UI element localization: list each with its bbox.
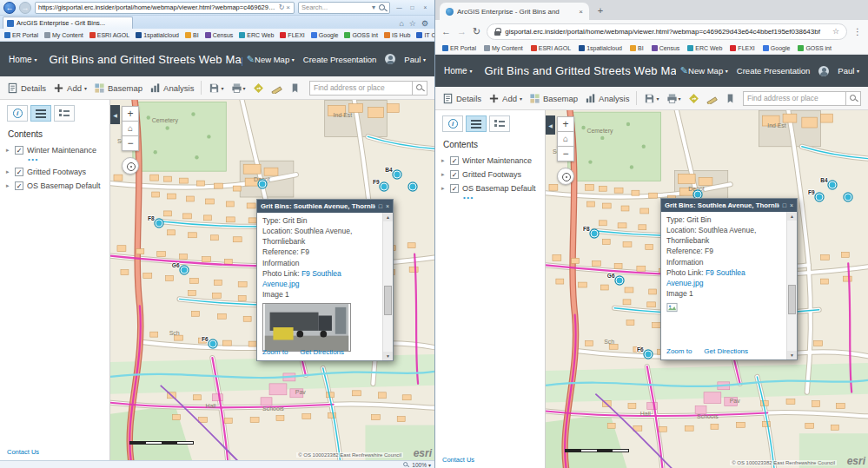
chevron-right-icon[interactable]: ▸ bbox=[6, 168, 11, 175]
layer-checkbox[interactable]: ✓ bbox=[450, 170, 459, 179]
save-button[interactable]: ▾ bbox=[209, 82, 223, 94]
bookmarks-button[interactable] bbox=[289, 82, 301, 94]
grit-bin-marker[interactable]: F8 bbox=[156, 220, 163, 227]
save-button[interactable]: ▾ bbox=[644, 93, 659, 104]
grit-bin-marker[interactable]: B4 bbox=[394, 171, 401, 179]
find-my-location-button[interactable] bbox=[557, 168, 574, 185]
default-extent-button[interactable]: ⌂ bbox=[557, 131, 574, 147]
map-canvas[interactable]: ◀ + ⌂ − F8 G6 F6 F9 B4 Grit Bins: Southl… bbox=[546, 110, 868, 468]
grit-bin-marker[interactable] bbox=[409, 183, 417, 191]
grit-bin-marker[interactable]: B4 bbox=[829, 181, 837, 189]
scroll-up-icon[interactable]: ▲ bbox=[787, 212, 797, 221]
grit-bin-marker[interactable]: G6 bbox=[616, 277, 624, 285]
popup-scrollbar[interactable]: ▲ ▼ bbox=[786, 212, 797, 359]
new-map-menu[interactable]: New Map ▾ bbox=[688, 66, 728, 76]
layer-options-dots[interactable]: ••• bbox=[28, 155, 109, 163]
favorite-link[interactable]: 1spatialcloud bbox=[136, 32, 179, 38]
default-extent-button[interactable]: ⌂ bbox=[122, 121, 139, 136]
measure-button[interactable] bbox=[271, 82, 282, 94]
bookmark-link[interactable]: GOSS int bbox=[798, 45, 832, 51]
grit-bin-marker[interactable]: F6 bbox=[209, 340, 217, 348]
grit-bin-marker[interactable] bbox=[845, 194, 852, 201]
create-presentation-button[interactable]: Create Presentation bbox=[737, 66, 811, 76]
tab-about[interactable] bbox=[442, 115, 463, 132]
address-bar[interactable]: gisportal.erc.insider/portal/home/webmap… bbox=[487, 23, 847, 40]
grit-bin-marker[interactable]: F9 bbox=[816, 194, 824, 201]
minimize-button[interactable]: — bbox=[394, 3, 405, 12]
popup-dock-icon[interactable]: □ bbox=[783, 202, 786, 208]
layer-checkbox[interactable]: ✓ bbox=[450, 184, 459, 193]
favorite-link[interactable]: FLEXI bbox=[280, 32, 304, 38]
padlock-icon[interactable] bbox=[494, 27, 500, 36]
forward-button[interactable]: → bbox=[457, 26, 467, 36]
bookmarks-button[interactable] bbox=[725, 93, 736, 104]
refresh-icon[interactable]: ↻ bbox=[473, 26, 480, 37]
scroll-down-icon[interactable]: ▼ bbox=[383, 352, 393, 360]
grit-bin-marker[interactable]: F6 bbox=[645, 351, 653, 359]
home-icon[interactable]: ⌂ bbox=[399, 19, 403, 28]
bookmark-link[interactable]: Census bbox=[652, 45, 680, 51]
settings-gear-icon[interactable]: ⚙ bbox=[421, 19, 428, 28]
add-button[interactable]: Add ▾ bbox=[53, 82, 87, 94]
collapse-panel-button[interactable]: ◀ bbox=[546, 115, 555, 135]
user-menu[interactable]: Paul ▾ bbox=[838, 66, 859, 76]
user-menu[interactable]: Paul ▾ bbox=[404, 55, 426, 64]
grit-bin-marker[interactable]: F8 bbox=[591, 230, 599, 238]
measure-button[interactable] bbox=[706, 93, 718, 104]
home-menu[interactable]: Home ▾ bbox=[444, 66, 472, 76]
favorite-link[interactable]: Census bbox=[205, 32, 234, 38]
analysis-button[interactable]: Analysis bbox=[585, 93, 629, 104]
scroll-thumb[interactable] bbox=[788, 285, 796, 314]
layer-item-os-basemap[interactable]: ▸ ✓ OS Basemap Default bbox=[0, 179, 109, 193]
layer-options-dots[interactable]: ••• bbox=[463, 194, 545, 201]
bookmark-link[interactable]: BI bbox=[630, 45, 644, 51]
search-icon[interactable] bbox=[378, 3, 387, 12]
chevron-right-icon[interactable]: ▸ bbox=[441, 185, 447, 192]
popup-dock-icon[interactable]: □ bbox=[379, 203, 382, 209]
tab-content[interactable] bbox=[30, 105, 51, 122]
collapse-panel-button[interactable]: ◀ bbox=[110, 105, 120, 124]
details-button[interactable]: Details bbox=[7, 82, 46, 94]
address-bar[interactable]: https://gisportal.erc.insider/portal/hom… bbox=[35, 2, 295, 14]
directions-button[interactable] bbox=[253, 82, 264, 94]
maximize-button[interactable]: □ bbox=[407, 3, 418, 12]
layer-checkbox[interactable]: ✓ bbox=[15, 181, 23, 190]
find-search-button[interactable] bbox=[845, 91, 861, 106]
tab-close-icon[interactable]: × bbox=[579, 8, 583, 16]
popup-scrollbar[interactable]: ▲ ▼ bbox=[382, 213, 393, 360]
bookmark-link[interactable]: Google bbox=[763, 45, 791, 51]
contact-us-link[interactable]: Contact Us bbox=[7, 448, 39, 456]
bookmark-link[interactable]: ER Portal bbox=[442, 45, 476, 51]
chevron-right-icon[interactable]: ▸ bbox=[6, 147, 11, 154]
analysis-button[interactable]: Analysis bbox=[149, 82, 194, 94]
find-address-input[interactable] bbox=[309, 81, 412, 96]
zoom-to-link[interactable]: Zoom to bbox=[666, 347, 692, 357]
favorite-link[interactable]: IT Calls bbox=[416, 32, 434, 38]
bookmark-star-icon[interactable]: ☆ bbox=[832, 27, 839, 36]
chevron-down-icon[interactable]: ▾ bbox=[428, 462, 431, 468]
bookmark-link[interactable]: FLEXI bbox=[730, 45, 754, 51]
print-button[interactable]: ▾ bbox=[666, 93, 681, 104]
grit-bin-marker[interactable]: F9 bbox=[381, 183, 388, 191]
layer-item-gritted-footways[interactable]: ▸ ✓ Gritted Footways bbox=[435, 168, 545, 181]
details-button[interactable]: Details bbox=[442, 93, 481, 104]
find-my-location-button[interactable] bbox=[122, 157, 139, 175]
tab-content[interactable] bbox=[466, 115, 487, 132]
zoom-to-link[interactable]: Zoom to bbox=[262, 348, 288, 358]
layer-item-winter-maintenance[interactable]: ▸ ✓ Winter Maintenance bbox=[435, 154, 545, 168]
favorites-star-icon[interactable]: ☆ bbox=[409, 19, 416, 28]
contact-us-link[interactable]: Contact Us bbox=[442, 456, 474, 464]
find-address-input[interactable] bbox=[743, 91, 845, 106]
popup-close-icon[interactable]: × bbox=[790, 202, 793, 208]
favorite-link[interactable]: ESRI AGOL bbox=[89, 32, 129, 38]
bookmark-link[interactable]: ERC Web bbox=[687, 45, 722, 51]
chevron-right-icon[interactable]: ▸ bbox=[441, 157, 447, 164]
favorite-link[interactable]: BI bbox=[185, 32, 199, 38]
favorite-link[interactable]: ERC Web bbox=[239, 32, 274, 38]
stop-icon[interactable]: × bbox=[285, 3, 291, 11]
tab-legend[interactable] bbox=[54, 105, 75, 122]
forward-button[interactable]: → bbox=[19, 2, 31, 14]
browser-tab[interactable]: ArcGIS Enterprise - Grit Bins and × bbox=[440, 3, 589, 20]
favorite-link[interactable]: IS Hub bbox=[384, 32, 410, 38]
refresh-icon[interactable]: ↻ bbox=[278, 3, 286, 11]
